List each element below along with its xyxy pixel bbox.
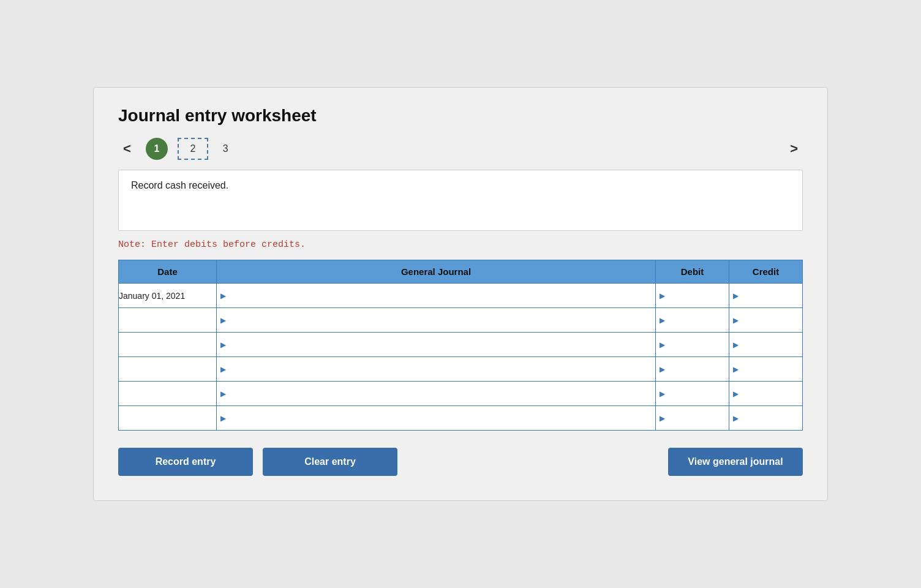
cell-date-3[interactable]: [119, 357, 217, 382]
input-debit-1[interactable]: [667, 314, 725, 326]
input-journal-4[interactable]: [228, 388, 652, 400]
input-journal-0[interactable]: [228, 290, 652, 302]
input-date-3[interactable]: [119, 363, 216, 375]
cell-debit-1[interactable]: ▶: [656, 308, 729, 333]
cell-credit-4[interactable]: ▶: [729, 382, 803, 406]
arrow-icon-credit-5: ▶: [733, 414, 739, 423]
record-entry-button[interactable]: Record entry: [118, 448, 253, 476]
table-row: ▶▶▶: [119, 308, 803, 333]
arrow-icon-debit-0: ▶: [660, 292, 665, 300]
cell-credit-3[interactable]: ▶: [729, 357, 803, 382]
input-credit-2[interactable]: [741, 339, 799, 351]
step-3-label: 3: [218, 141, 233, 157]
arrow-icon-credit-4: ▶: [733, 390, 739, 398]
arrow-icon-debit-4: ▶: [660, 390, 665, 398]
cell-debit-5[interactable]: ▶: [656, 406, 729, 431]
cell-journal-5[interactable]: ▶: [217, 406, 656, 431]
cell-credit-0[interactable]: ▶: [729, 284, 803, 308]
arrow-icon-journal-4: ▶: [220, 390, 226, 398]
input-date-4[interactable]: [119, 388, 216, 400]
header-credit: Credit: [729, 260, 803, 284]
table-row: ▶▶▶: [119, 333, 803, 357]
input-date-2[interactable]: [119, 339, 216, 351]
arrow-icon-credit-3: ▶: [733, 365, 739, 374]
input-credit-5[interactable]: [741, 412, 799, 424]
page-title: Journal entry worksheet: [118, 106, 803, 126]
table-row: ▶▶▶: [119, 357, 803, 382]
cell-journal-3[interactable]: ▶: [217, 357, 656, 382]
arrow-icon-debit-5: ▶: [660, 414, 665, 423]
cell-credit-1[interactable]: ▶: [729, 308, 803, 333]
input-debit-2[interactable]: [667, 339, 725, 351]
arrow-icon-journal-0: ▶: [220, 292, 226, 300]
journal-table: Date General Journal Debit Credit Januar…: [118, 260, 803, 431]
table-row: ▶▶▶: [119, 406, 803, 431]
cell-date-0[interactable]: January 01, 2021: [119, 284, 217, 308]
note-text: Note: Enter debits before credits.: [118, 239, 803, 250]
arrow-icon-journal-5: ▶: [220, 414, 226, 423]
input-journal-2[interactable]: [228, 339, 652, 351]
view-general-journal-button[interactable]: View general journal: [668, 448, 803, 476]
input-credit-0[interactable]: [741, 290, 799, 302]
header-debit: Debit: [656, 260, 729, 284]
arrow-icon-debit-3: ▶: [660, 365, 665, 374]
header-date: Date: [119, 260, 217, 284]
arrow-icon-credit-2: ▶: [733, 341, 739, 349]
input-credit-4[interactable]: [741, 388, 799, 400]
table-row: January 01, 2021▶▶▶: [119, 284, 803, 308]
cell-debit-4[interactable]: ▶: [656, 382, 729, 406]
step-2-box[interactable]: 2: [178, 138, 208, 160]
buttons-row: Record entry Clear entry View general jo…: [118, 448, 803, 476]
cell-debit-3[interactable]: ▶: [656, 357, 729, 382]
cell-journal-1[interactable]: ▶: [217, 308, 656, 333]
cell-date-2[interactable]: [119, 333, 217, 357]
cell-date-5[interactable]: [119, 406, 217, 431]
input-journal-1[interactable]: [228, 314, 652, 326]
input-credit-3[interactable]: [741, 363, 799, 375]
description-box: Record cash received.: [118, 170, 803, 231]
cell-journal-0[interactable]: ▶: [217, 284, 656, 308]
arrow-icon-journal-2: ▶: [220, 341, 226, 349]
table-row: ▶▶▶: [119, 382, 803, 406]
input-debit-5[interactable]: [667, 412, 725, 424]
forward-arrow[interactable]: >: [785, 138, 803, 159]
header-general-journal: General Journal: [217, 260, 656, 284]
cell-date-1[interactable]: [119, 308, 217, 333]
input-journal-3[interactable]: [228, 363, 652, 375]
navigation-row: < 1 2 3 >: [118, 138, 803, 160]
cell-date-4[interactable]: [119, 382, 217, 406]
input-credit-1[interactable]: [741, 314, 799, 326]
table-header-row: Date General Journal Debit Credit: [119, 260, 803, 284]
cell-credit-5[interactable]: ▶: [729, 406, 803, 431]
cell-journal-4[interactable]: ▶: [217, 382, 656, 406]
main-container: Journal entry worksheet < 1 2 3 > Record…: [93, 87, 828, 501]
arrow-icon-journal-3: ▶: [220, 365, 226, 374]
step-1-circle[interactable]: 1: [146, 138, 168, 160]
input-debit-3[interactable]: [667, 363, 725, 375]
cell-journal-2[interactable]: ▶: [217, 333, 656, 357]
input-date-5[interactable]: [119, 412, 216, 424]
arrow-icon-debit-1: ▶: [660, 316, 665, 325]
input-journal-5[interactable]: [228, 412, 652, 424]
cell-debit-2[interactable]: ▶: [656, 333, 729, 357]
arrow-icon-credit-1: ▶: [733, 316, 739, 325]
input-date-1[interactable]: [119, 314, 216, 326]
description-text: Record cash received.: [131, 180, 228, 190]
cell-debit-0[interactable]: ▶: [656, 284, 729, 308]
input-debit-4[interactable]: [667, 388, 725, 400]
arrow-icon-journal-1: ▶: [220, 316, 226, 325]
arrow-icon-credit-0: ▶: [733, 292, 739, 300]
arrow-icon-debit-2: ▶: [660, 341, 665, 349]
cell-credit-2[interactable]: ▶: [729, 333, 803, 357]
clear-entry-button[interactable]: Clear entry: [263, 448, 397, 476]
back-arrow[interactable]: <: [118, 138, 136, 159]
input-debit-0[interactable]: [667, 290, 725, 302]
